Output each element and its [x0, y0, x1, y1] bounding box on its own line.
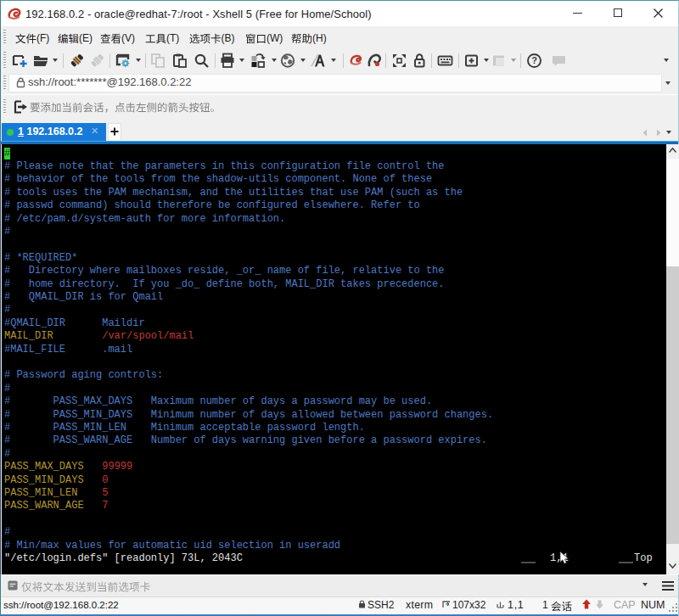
svg-text:?: ?: [531, 55, 537, 65]
